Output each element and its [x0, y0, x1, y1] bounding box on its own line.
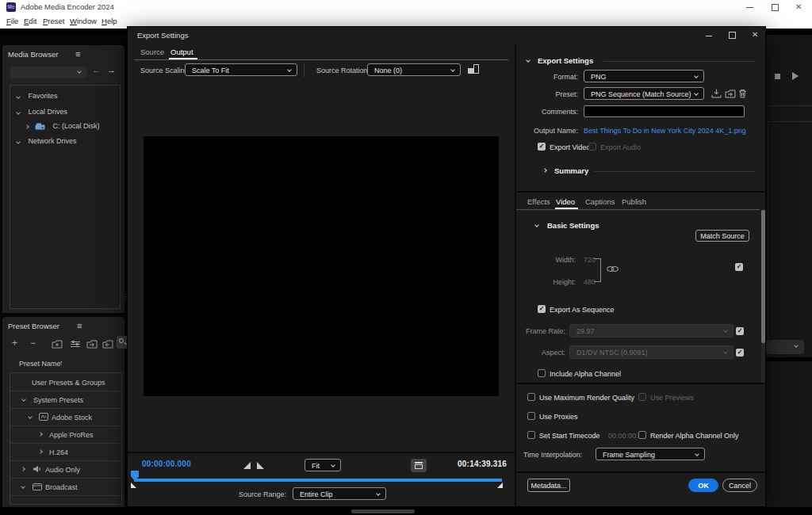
preset-row-user-presets[interactable]: User Presets & Groups — [10, 373, 121, 391]
new-preset-button[interactable]: + — [12, 338, 17, 349]
tree-item-network-drives[interactable]: Network Drives — [17, 137, 77, 145]
menu-edit[interactable]: Edit — [24, 17, 36, 25]
chevron-down-icon[interactable] — [534, 223, 539, 227]
preset-dropdown[interactable]: PNG Sequence (Match Source) — [584, 87, 704, 100]
back-arrow-icon[interactable]: ← — [92, 65, 101, 74]
metadata-button[interactable]: Metadata... — [527, 479, 570, 492]
range-start-handle[interactable] — [131, 483, 136, 488]
export-preset-icon[interactable] — [102, 340, 113, 349]
preset-row-broadcast[interactable]: Broadcast — [10, 478, 121, 495]
tab-video[interactable]: Video — [556, 197, 575, 206]
dialog-close-button[interactable]: ✕ — [752, 30, 758, 39]
import-preset-icon[interactable] — [86, 340, 98, 349]
menu-window[interactable]: Window — [70, 17, 97, 25]
summary-header[interactable]: Summary — [554, 166, 588, 175]
include-alpha-checkbox[interactable] — [538, 369, 546, 377]
height-label: Height: — [528, 278, 576, 286]
export-video-checkbox[interactable]: ✓ — [538, 143, 546, 151]
export-settings-header[interactable]: Export Settings — [538, 56, 593, 65]
render-alpha-only-checkbox[interactable] — [638, 431, 646, 439]
tab-effects[interactable]: Effects — [527, 197, 550, 206]
settings-scrollbar-thumb[interactable] — [761, 210, 765, 343]
export-audio-checkbox[interactable] — [588, 143, 596, 151]
tree-item-favorites[interactable]: Favorites — [17, 92, 58, 100]
aspect-overlay-button[interactable] — [411, 459, 427, 472]
close-button[interactable]: ✕ — [795, 2, 802, 11]
source-rotation-dropdown[interactable]: None (0) — [367, 63, 461, 76]
timeline-scrubber[interactable] — [134, 479, 502, 482]
tab-source[interactable]: Source — [140, 48, 164, 56]
use-proxies-checkbox[interactable] — [527, 412, 535, 420]
preset-settings-icon[interactable] — [70, 340, 81, 349]
delete-preset-button[interactable]: − — [30, 338, 36, 349]
use-previews-checkbox[interactable] — [638, 393, 646, 401]
use-previews-label: Use Previews — [650, 394, 694, 402]
dimensions-checkbox[interactable]: ✓ — [735, 263, 743, 271]
tree-item-c-drive[interactable]: C: (Local Disk) — [25, 122, 100, 130]
menu-preset[interactable]: Preset — [43, 17, 64, 25]
panel-splitter-handle[interactable]: ⋮ — [122, 295, 124, 307]
menu-help[interactable]: Help — [102, 17, 117, 25]
stop-queue-icon[interactable] — [775, 74, 780, 79]
time-interpolation-dropdown[interactable]: Frame Sampling — [596, 448, 705, 460]
preset-row-h264[interactable]: H.264 — [10, 443, 121, 460]
minimize-button[interactable] — [746, 7, 753, 8]
tab-publish[interactable]: Publish — [622, 197, 646, 206]
preset-row-audio-only[interactable]: Audio Only — [10, 460, 121, 478]
preview-zoom-dropdown[interactable]: Fit — [304, 459, 341, 471]
tree-item-local-drives[interactable]: Local Drives — [17, 108, 67, 116]
basic-settings-header[interactable]: Basic Settings — [547, 221, 599, 230]
maximize-button[interactable] — [772, 4, 779, 11]
orientation-icon[interactable] — [467, 63, 480, 75]
format-dropdown[interactable]: PNG — [584, 70, 704, 82]
frame-rate-dropdown: 29.97 — [569, 324, 733, 338]
tab-output[interactable]: Output — [170, 48, 193, 56]
chevron-down-icon[interactable] — [526, 58, 530, 63]
panel-menu-icon[interactable]: ≡ — [75, 49, 80, 59]
menu-file[interactable]: File — [6, 17, 18, 25]
horizontal-scrollbar-thumb[interactable] — [351, 509, 415, 513]
dialog-minimize-button[interactable] — [706, 36, 712, 36]
preset-name-column-header[interactable]: Preset Name — [19, 360, 61, 368]
set-in-point-icon[interactable] — [243, 462, 251, 469]
save-preset-icon[interactable] — [711, 89, 722, 98]
frame-rate-checkbox[interactable]: ✓ — [736, 327, 744, 335]
match-source-button[interactable]: Match Source — [695, 230, 749, 242]
set-start-timecode-checkbox[interactable] — [527, 431, 535, 439]
max-render-quality-checkbox[interactable] — [527, 393, 535, 401]
tab-captions[interactable]: Captions — [585, 197, 615, 206]
source-scaling-label: Source Scaling: — [140, 67, 190, 74]
link-dimensions-icon[interactable] — [607, 265, 619, 273]
set-out-point-icon[interactable] — [257, 462, 264, 469]
chevron-down-icon — [16, 139, 21, 144]
delete-preset-icon[interactable] — [738, 89, 747, 98]
ok-button[interactable]: OK — [688, 479, 718, 492]
queue-dropdown[interactable] — [766, 340, 804, 354]
range-end-handle[interactable] — [497, 483, 503, 488]
output-name-link[interactable]: Best Things To Do in New York City 2024 … — [584, 127, 746, 135]
import-preset-icon[interactable] — [725, 90, 736, 98]
comments-input[interactable] — [584, 105, 745, 117]
start-queue-icon[interactable] — [792, 72, 799, 80]
source-scaling-dropdown[interactable]: Scale To Fit — [185, 63, 297, 76]
aspect-checkbox[interactable]: ✓ — [736, 349, 744, 357]
preset-row-apple-prores[interactable]: Apple ProRes — [10, 425, 121, 443]
sort-ascending-icon[interactable]: ↑ — [59, 359, 63, 367]
media-browser-panel: Media Browser ≡ ← → Favorites Local Driv… — [2, 45, 124, 313]
forward-arrow-icon[interactable]: → — [107, 65, 116, 74]
panel-menu-icon[interactable]: ≡ — [77, 321, 82, 330]
chevron-right-icon — [25, 124, 29, 129]
chevron-right-icon[interactable] — [542, 168, 547, 173]
export-as-sequence-checkbox[interactable]: ✓ — [538, 305, 546, 313]
source-range-dropdown[interactable]: Entire Clip — [293, 487, 386, 500]
dialog-maximize-button[interactable] — [729, 32, 736, 39]
adobe-stock-icon — [39, 413, 48, 421]
preset-row-system-presets[interactable]: System Presets — [10, 391, 121, 408]
chevron-right-icon — [21, 467, 25, 471]
cancel-button[interactable]: Cancel — [722, 479, 757, 492]
media-browser-filter-dropdown[interactable] — [10, 67, 86, 78]
preset-row-adobe-stock[interactable]: Adobe Stock — [10, 408, 121, 425]
frame-rate-label: Frame Rate: — [516, 327, 565, 335]
app-bottom-bar — [0, 507, 812, 515]
new-preset-group-icon[interactable] — [52, 340, 63, 349]
